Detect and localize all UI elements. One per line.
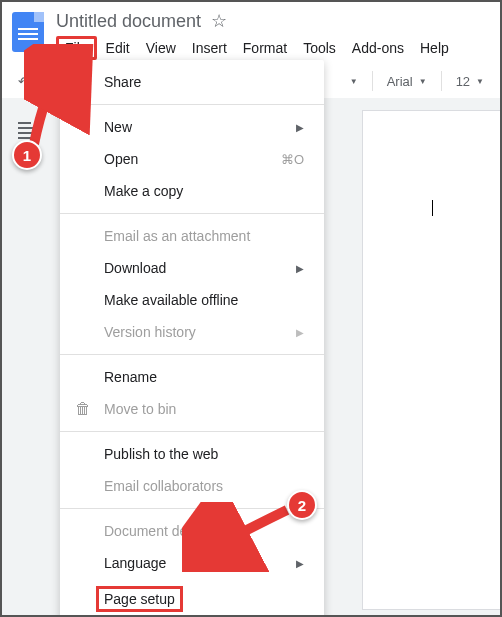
label: Open bbox=[104, 151, 138, 167]
menu-insert[interactable]: Insert bbox=[185, 36, 234, 60]
chevron-down-icon: ▼ bbox=[419, 77, 427, 86]
menu-share[interactable]: Share bbox=[60, 66, 324, 98]
label: Share bbox=[104, 74, 141, 90]
label: Make a copy bbox=[104, 183, 183, 199]
menu-help[interactable]: Help bbox=[413, 36, 456, 60]
label: Email as an attachment bbox=[104, 228, 250, 244]
callout-2: 2 bbox=[287, 490, 317, 520]
label: New bbox=[104, 119, 132, 135]
label: Move to bin bbox=[104, 401, 176, 417]
size-label: 12 bbox=[456, 74, 470, 89]
font-select[interactable]: Arial ▼ bbox=[381, 74, 433, 89]
outline-icon[interactable] bbox=[18, 122, 40, 140]
menu-edit[interactable]: Edit bbox=[99, 36, 137, 60]
menu-view[interactable]: View bbox=[139, 36, 183, 60]
separator bbox=[60, 508, 324, 509]
undo-button[interactable]: ↶ bbox=[12, 69, 36, 93]
menu-page-setup[interactable]: Page setup bbox=[60, 579, 324, 617]
menu-new[interactable]: New▶ bbox=[60, 111, 324, 143]
submenu-arrow-icon: ▶ bbox=[296, 327, 304, 338]
menu-format[interactable]: Format bbox=[236, 36, 294, 60]
menu-rename[interactable]: Rename bbox=[60, 361, 324, 393]
label: Download bbox=[104, 260, 166, 276]
size-select[interactable]: 12 ▼ bbox=[450, 74, 490, 89]
separator bbox=[60, 354, 324, 355]
callout-number: 1 bbox=[23, 147, 31, 164]
label: Language bbox=[104, 555, 166, 571]
file-dropdown: Share New▶ Open⌘O Make a copy Email as a… bbox=[60, 60, 324, 617]
font-label: Arial bbox=[387, 74, 413, 89]
menu-file[interactable]: File bbox=[56, 36, 97, 60]
menu-tools[interactable]: Tools bbox=[296, 36, 343, 60]
menu-bar: File Edit View Insert Format Tools Add-o… bbox=[56, 36, 456, 60]
separator bbox=[60, 213, 324, 214]
menu-publish-web[interactable]: Publish to the web bbox=[60, 438, 324, 470]
document-page[interactable] bbox=[362, 110, 502, 610]
label: Make available offline bbox=[104, 292, 238, 308]
label: Publish to the web bbox=[104, 446, 218, 462]
shortcut: ⌘O bbox=[281, 152, 304, 167]
submenu-arrow-icon: ▶ bbox=[296, 122, 304, 133]
menu-document-details: Document details bbox=[60, 515, 324, 547]
callout-number: 2 bbox=[298, 497, 306, 514]
menu-email-attachment: Email as an attachment bbox=[60, 220, 324, 252]
separator bbox=[372, 71, 373, 91]
label: Page setup bbox=[96, 586, 183, 612]
submenu-arrow-icon: ▶ bbox=[296, 558, 304, 569]
text-cursor bbox=[432, 200, 433, 216]
label: Rename bbox=[104, 369, 157, 385]
menu-email-collaborators: Email collaborators bbox=[60, 470, 324, 502]
label: Email collaborators bbox=[104, 478, 223, 494]
star-icon[interactable]: ☆ bbox=[211, 10, 227, 32]
menu-move-to-bin: 🗑Move to bin bbox=[60, 393, 324, 425]
separator bbox=[441, 71, 442, 91]
menu-addons[interactable]: Add-ons bbox=[345, 36, 411, 60]
menu-download[interactable]: Download▶ bbox=[60, 252, 324, 284]
separator bbox=[60, 104, 324, 105]
callout-1: 1 bbox=[12, 140, 42, 170]
menu-version-history: Version history▶ bbox=[60, 316, 324, 348]
label: Document details bbox=[104, 523, 212, 539]
menu-make-offline[interactable]: Make available offline bbox=[60, 284, 324, 316]
chevron-down-icon: ▼ bbox=[476, 77, 484, 86]
menu-open[interactable]: Open⌘O bbox=[60, 143, 324, 175]
menu-language[interactable]: Language▶ bbox=[60, 547, 324, 579]
label: Version history bbox=[104, 324, 196, 340]
document-title[interactable]: Untitled document bbox=[56, 11, 201, 32]
separator bbox=[60, 431, 324, 432]
submenu-arrow-icon: ▶ bbox=[296, 263, 304, 274]
trash-icon: 🗑 bbox=[74, 400, 92, 418]
docs-app-icon[interactable] bbox=[12, 12, 44, 52]
menu-make-copy[interactable]: Make a copy bbox=[60, 175, 324, 207]
chevron-down-icon: ▼ bbox=[350, 77, 358, 86]
